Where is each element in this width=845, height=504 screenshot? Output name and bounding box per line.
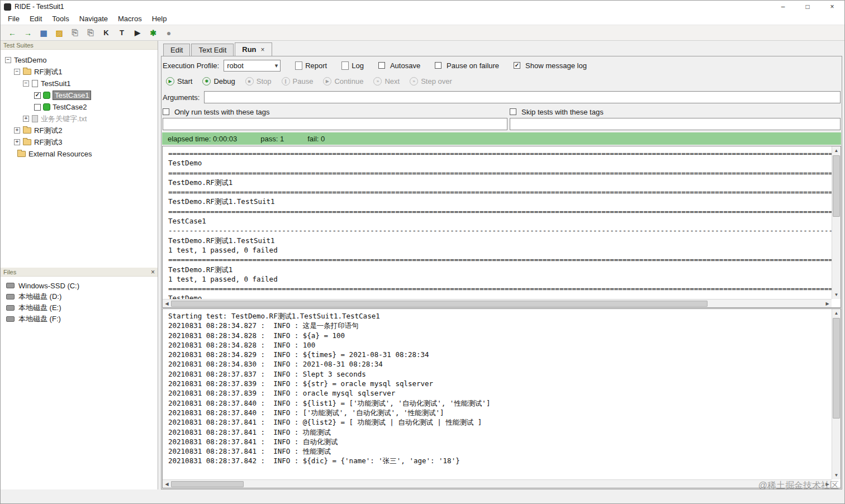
tab-label: Edit — [170, 46, 183, 54]
scroll-down-icon[interactable]: ▼ — [832, 291, 841, 299]
start-button[interactable]: ▶ Start — [166, 77, 192, 85]
tree-item-testcase1[interactable]: TestCase1 — [1, 89, 158, 101]
run-icon[interactable]: ▶ — [131, 27, 144, 39]
show-message-log-checkbox[interactable] — [514, 62, 520, 69]
open-directory-icon[interactable]: ⎘ — [84, 27, 97, 39]
folder-icon — [23, 127, 31, 134]
menu-tools[interactable]: Tools — [47, 13, 74, 24]
search-tests-icon[interactable]: T — [116, 27, 128, 39]
open-suite-icon[interactable]: ⎘ — [69, 27, 81, 39]
vscroll-thumb[interactable] — [833, 318, 840, 419]
scroll-left-icon[interactable]: ◀ — [163, 301, 171, 306]
file-item-d-drive[interactable]: 本地磁盘 (D:) — [1, 291, 158, 302]
editor-tabs: Edit Text Edit Run × — [163, 42, 273, 56]
only-run-tags-option[interactable]: Only run tests with these tags — [163, 108, 507, 116]
tab-edit[interactable]: Edit — [163, 44, 190, 56]
minimize-button[interactable]: – — [771, 1, 795, 13]
file-item-f-drive[interactable]: 本地磁盘 (F:) — [1, 313, 158, 325]
message-log-console: Starting test: TestDemo.RF测试1.TestSuit1.… — [162, 308, 841, 488]
menu-macros[interactable]: Macros — [113, 13, 147, 24]
tab-run[interactable]: Run × — [235, 42, 272, 56]
menu-file[interactable]: File — [3, 13, 25, 24]
menu-navigate[interactable]: Navigate — [74, 13, 113, 24]
debug-icon[interactable]: ✱ — [147, 27, 159, 39]
skip-tags-option[interactable]: Skip tests with these tags — [510, 108, 841, 116]
menu-help[interactable]: Help — [147, 13, 172, 24]
expand-icon[interactable] — [14, 139, 20, 145]
pause-on-failure-checkbox[interactable] — [435, 62, 442, 69]
testcase1-checkbox[interactable] — [34, 92, 41, 99]
disk-icon — [6, 305, 15, 311]
execution-profile-row: Execution Profile: robot Report Log Auto… — [162, 59, 842, 72]
skip-tags-input[interactable] — [510, 118, 841, 130]
tree-item-testsuit1[interactable]: TestSuit1 — [1, 78, 158, 89]
run-controls-row: ▶ Start ✱ Debug ■ Stop ∥ Pause ▶ Conti — [162, 75, 842, 87]
show-message-log-option[interactable]: Show message log — [514, 61, 587, 70]
tree-item-label: RF测试1 — [34, 67, 63, 77]
pause-on-failure-option[interactable]: Pause on failure — [435, 61, 499, 70]
save-all-icon[interactable]: ▨ — [53, 27, 65, 39]
only-run-tags-checkbox[interactable] — [163, 108, 169, 115]
autosave-option[interactable]: Autosave — [378, 61, 420, 70]
autosave-label: Autosave — [390, 61, 420, 70]
close-button[interactable]: × — [820, 1, 844, 13]
scroll-left-icon[interactable]: ◀ — [163, 482, 171, 487]
stop-button[interactable]: ■ Stop — [245, 77, 272, 85]
execution-console-vscrollbar[interactable]: ▲ ▼ — [832, 146, 841, 299]
skip-tags-label: Skip tests with these tags — [521, 108, 604, 116]
autosave-checkbox[interactable] — [378, 62, 385, 69]
hscroll-thumb[interactable] — [171, 481, 244, 487]
save-icon[interactable]: ▦ — [37, 27, 50, 39]
scroll-up-icon[interactable]: ▲ — [832, 146, 841, 155]
suite-file-icon — [32, 80, 38, 87]
step-over-button[interactable]: » Step over — [410, 77, 452, 85]
tab-close-icon[interactable]: × — [261, 46, 265, 54]
next-button[interactable]: » Next — [373, 77, 400, 85]
testcase2-checkbox[interactable] — [34, 104, 41, 111]
collapse-icon[interactable] — [14, 69, 20, 75]
tree-item-label: TestCase2 — [53, 103, 87, 111]
expand-icon[interactable] — [14, 127, 20, 134]
tree-item-rf-test1[interactable]: RF测试1 — [1, 66, 158, 78]
vscroll-thumb[interactable] — [833, 155, 840, 217]
collapse-icon[interactable] — [23, 80, 29, 87]
tab-label: Run — [242, 45, 256, 54]
report-button[interactable]: Report — [295, 61, 327, 70]
execution-profile-label: Execution Profile: — [163, 61, 219, 70]
message-log-vscrollbar[interactable]: ▲ ▼ — [832, 309, 841, 479]
collapse-icon[interactable] — [5, 57, 11, 63]
file-item-e-drive[interactable]: 本地磁盘 (E:) — [1, 302, 158, 313]
tree-item-keywords-file[interactable]: 业务关键字.txt — [1, 113, 158, 125]
stop-icon[interactable]: ● — [163, 27, 175, 39]
skip-tags-checkbox[interactable] — [510, 108, 516, 115]
files-close-icon[interactable]: × — [151, 268, 155, 276]
debug-button[interactable]: ✱ Debug — [202, 77, 235, 85]
log-button[interactable]: Log — [341, 61, 364, 70]
tree-item-rf-test2[interactable]: RF测试2 — [1, 125, 158, 136]
search-keywords-icon[interactable]: K — [100, 27, 112, 39]
expand-icon[interactable] — [23, 116, 29, 122]
tab-text-edit[interactable]: Text Edit — [191, 44, 234, 56]
tree-item-testcase2[interactable]: TestCase2 — [1, 101, 158, 113]
pause-button[interactable]: ∥ Pause — [282, 77, 314, 85]
only-run-tags-input[interactable] — [163, 118, 507, 130]
tree-item-external-resources[interactable]: External Resources — [1, 148, 158, 160]
next-arrows-icon: » — [373, 77, 382, 85]
test-suites-title: Test Suites — [3, 42, 34, 49]
tree-item-testdemo[interactable]: TestDemo — [1, 54, 158, 66]
scroll-down-icon[interactable]: ▼ — [832, 471, 841, 479]
scroll-up-icon[interactable]: ▲ — [832, 309, 841, 317]
arguments-input[interactable] — [204, 91, 841, 103]
tree-item-rf-test3[interactable]: RF测试3 — [1, 136, 158, 148]
file-item-c-drive[interactable]: Windows-SSD (C:) — [1, 280, 158, 291]
go-forward-icon[interactable]: → — [22, 27, 34, 39]
scroll-right-icon[interactable]: ▶ — [823, 301, 832, 306]
execution-console-hscrollbar[interactable]: ◀ ▶ — [163, 299, 832, 307]
continue-button[interactable]: ▶ Continue — [323, 77, 363, 85]
maximize-button[interactable]: □ — [795, 1, 820, 13]
hscroll-thumb[interactable] — [171, 301, 708, 307]
execution-profile-select[interactable]: robot — [224, 60, 281, 72]
go-back-icon[interactable]: ← — [6, 27, 18, 39]
menu-edit[interactable]: Edit — [25, 13, 47, 24]
message-log-hscrollbar[interactable]: ◀ ▶ — [163, 479, 832, 488]
